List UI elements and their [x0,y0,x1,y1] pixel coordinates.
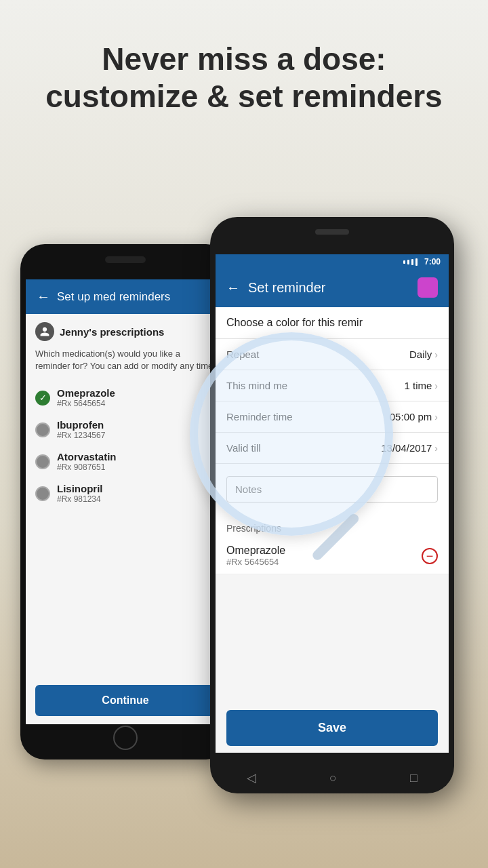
check-circle-omeprazole: ✓ [35,391,50,406]
med-rx-lisinopril: #Rx 981234 [57,494,103,504]
phone2-back-arrow-icon[interactable]: ← [226,280,240,296]
home-nav-button[interactable]: ○ [329,771,337,785]
valid-till-label: Valid till [226,442,261,454]
color-choose-row: Choose a color for this remir [216,307,449,339]
chevron-icon-4: › [434,443,438,454]
rx-item-num: #Rx 5645654 [226,557,285,567]
reminder-time-value: 05:00 pm › [390,411,438,422]
signal-icons [403,258,418,266]
headline-line1: Never miss a dose: [27,41,461,78]
med-rx-ibuprofen: #Rx 1234567 [57,431,105,440]
remind-me-label: This mind me [226,380,287,391]
continue-button[interactable]: Continue [35,685,216,716]
chevron-icon-3: › [434,412,438,422]
color-swatch[interactable] [418,277,438,298]
valid-till-value: 13/04/2017 › [381,442,438,454]
med-rx-omeprazole: #Rx 5645654 [57,399,115,408]
phone2-header: ← Set reminder [216,269,449,307]
rx-item-name: Omeprazole [226,545,285,557]
person-icon [35,322,54,341]
phone1-home-button[interactable] [113,726,138,750]
signal-bar-3 [411,259,413,265]
med-name-ibuprofen: Ibuprofen [57,419,105,431]
remove-prescription-button[interactable]: − [422,548,438,564]
med-item-ibuprofen[interactable]: Ibuprofen #Rx 1234567 [35,414,216,446]
save-button[interactable]: Save [226,710,438,746]
check-circle-atorvastatin [35,454,50,469]
med-item-lisinopril[interactable]: Lisinopril #Rx 981234 [35,477,216,509]
color-choose-text: Choose a color for this remir [226,317,363,328]
med-name-lisinopril: Lisinopril [57,483,103,494]
rx-item-omeprazole: Omeprazole #Rx 5645654 − [216,538,449,574]
check-circle-lisinopril [35,486,50,501]
phone1-screen: ← Set up med reminders Jenny's prescript… [26,279,225,724]
phone2: 7:00 ← Set reminder Choose a color for t… [210,217,454,793]
valid-till-row[interactable]: Valid till 13/04/2017 › [216,433,449,464]
phone1-notch [105,256,146,263]
reminder-time-label: Reminder time [226,411,293,422]
med-item-omeprazole[interactable]: ✓ Omeprazole #Rx 5645654 [35,382,216,414]
phone2-nav: ◁ ○ □ [210,770,454,785]
phone1-header: ← Set up med reminders [26,279,225,314]
repeat-label: Repeat [226,349,259,360]
prescriptions-label: Prescriptions [216,515,449,538]
check-circle-ibuprofen [35,422,50,437]
jenny-row: Jenny's prescriptions [35,322,216,341]
notes-container [216,464,449,515]
phone2-screen: 7:00 ← Set reminder Choose a color for t… [216,254,449,753]
headline-line2: customize & set reminders [27,78,461,115]
chevron-icon: › [434,349,438,360]
med-item-atorvastatin[interactable]: Atorvastatin #Rx 9087651 [35,446,216,477]
phone1-header-title: Set up med reminders [57,290,170,304]
med-name-atorvastatin: Atorvastatin [57,451,117,462]
remind-me-row[interactable]: This mind me 1 time › [216,370,449,401]
status-time: 7:00 [424,257,441,267]
repeat-row[interactable]: Repeat Daily › [216,339,449,370]
jenny-label: Jenny's prescriptions [60,326,164,338]
signal-bar-4 [415,258,418,266]
phone2-header-title: Set reminder [248,280,326,296]
chevron-icon-2: › [434,380,438,391]
med-name-omeprazole: Omeprazole [57,387,115,399]
notes-input[interactable] [226,476,438,502]
repeat-value: Daily › [409,349,438,360]
headline: Never miss a dose: customize & set remin… [0,41,488,115]
status-bar: 7:00 [216,254,449,269]
phone2-notch [315,229,349,235]
phone2-screen-inner: 7:00 ← Set reminder Choose a color for t… [216,254,449,753]
med-rx-atorvastatin: #Rx 9087651 [57,462,117,472]
back-arrow-icon[interactable]: ← [37,289,50,304]
signal-bar-1 [403,260,405,264]
phone1-content: Jenny's prescriptions Which medication(s… [26,314,225,517]
reminder-time-row[interactable]: Reminder time 05:00 pm › [216,401,449,433]
back-nav-button[interactable]: ◁ [247,770,256,785]
recents-nav-button[interactable]: □ [410,771,418,785]
signal-bar-2 [407,260,409,264]
remind-me-value: 1 time › [404,380,438,391]
phone1: ← Set up med reminders Jenny's prescript… [20,244,230,760]
description-text: Which medication(s) would you like a rem… [35,348,216,372]
